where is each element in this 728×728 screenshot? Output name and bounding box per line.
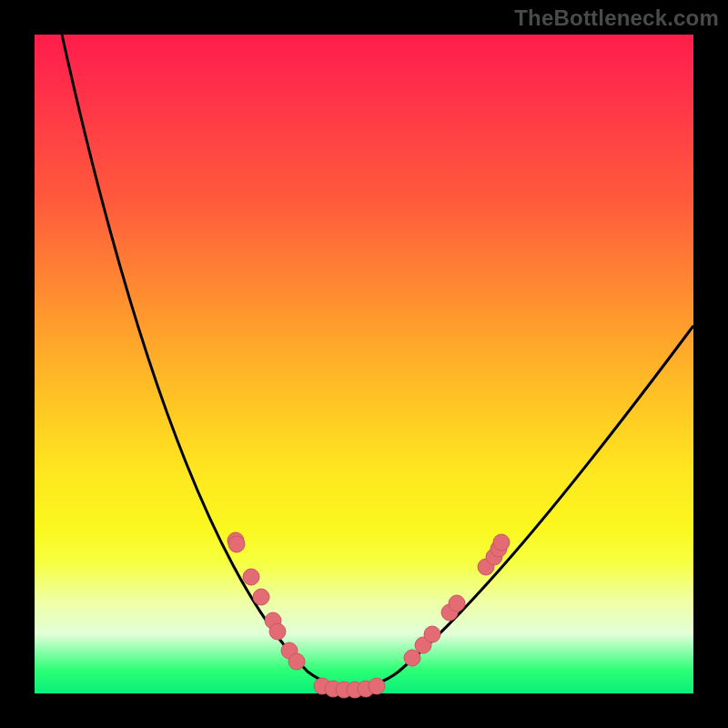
marker-group bbox=[228, 532, 510, 698]
curve-marker bbox=[269, 623, 286, 640]
bottleneck-curve bbox=[62, 35, 693, 687]
curve-marker bbox=[424, 626, 440, 642]
plot-area bbox=[35, 35, 693, 693]
curve-marker bbox=[253, 589, 269, 605]
curve-marker bbox=[243, 569, 259, 585]
chart-frame: TheBottleneck.com bbox=[0, 0, 728, 728]
curve-marker bbox=[493, 534, 510, 551]
curve-marker bbox=[228, 536, 245, 552]
curve-marker bbox=[369, 678, 385, 694]
watermark-text: TheBottleneck.com bbox=[514, 5, 719, 31]
curve-marker bbox=[288, 653, 305, 670]
curve-svg bbox=[35, 35, 693, 693]
curve-marker bbox=[449, 595, 465, 612]
curve-marker bbox=[404, 650, 420, 666]
